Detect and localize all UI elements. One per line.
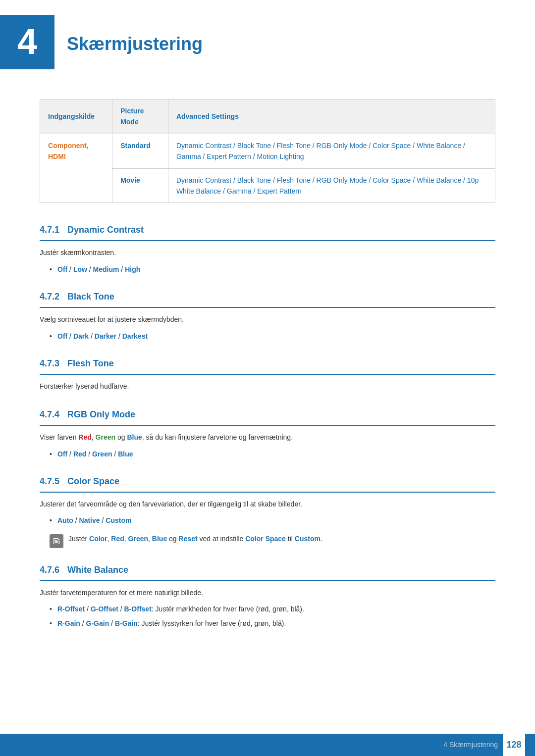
section-color-space: 4.7.5 Color Space Justerer det farveområ… [40, 474, 495, 548]
bullet-item-476-offset: R-Offset / G-Offset / B-Offset: Justér m… [50, 604, 495, 614]
footer-page-number: 128 [503, 734, 525, 756]
section-number-474: 4.7.4 [40, 407, 59, 422]
bullet-list-471: Off / Low / Medium / High [40, 264, 495, 275]
note-icon [50, 534, 63, 548]
section-title-471: Dynamic Contrast [67, 223, 144, 237]
page-footer: 4 Skærmjustering 128 [0, 734, 535, 756]
section-number-471: 4.7.1 [40, 223, 59, 237]
section-body-474: Viser farven Red, Green og Blue, så du k… [40, 432, 495, 444]
section-body-471: Justér skærmkontrasten. [40, 247, 495, 259]
section-rgb-only: 4.7.4 RGB Only Mode Viser farven Red, Gr… [40, 407, 495, 459]
section-body-473: Forstærker lyserød hudfarve. [40, 381, 495, 393]
note-box-475: Justér Color, Red, Green, Blue og Reset … [50, 533, 495, 548]
table-cell-mode-standard: Standard [112, 134, 168, 168]
table-cell-advanced-standard: Dynamic Contrast / Black Tone / Flesh To… [168, 134, 495, 168]
bullet-list-476: R-Offset / G-Offset / B-Offset: Justér m… [40, 604, 495, 629]
content-area: Indgangskilde Picture Mode Advanced Sett… [0, 99, 535, 683]
table-header-settings: Advanced Settings [168, 100, 495, 134]
table-row-standard: Component, HDMI Standard Dynamic Contras… [40, 134, 495, 168]
chapter-title: Skærmjustering [54, 15, 203, 58]
section-flesh-tone: 4.7.3 Flesh Tone Forstærker lyserød hudf… [40, 356, 495, 393]
section-title-472: Black Tone [67, 290, 114, 304]
section-number-475: 4.7.5 [40, 474, 59, 489]
table-header-mode: Picture Mode [112, 100, 168, 134]
section-heading-471: 4.7.1 Dynamic Contrast [40, 223, 495, 241]
bullet-item-471: Off / Low / Medium / High [50, 264, 495, 275]
section-heading-474: 4.7.4 RGB Only Mode [40, 407, 495, 426]
note-text-475: Justér Color, Red, Green, Blue og Reset … [68, 533, 322, 544]
section-white-balance: 4.7.6 White Balance Justér farvetemperat… [40, 563, 495, 629]
section-heading-473: 4.7.3 Flesh Tone [40, 356, 495, 375]
section-number-476: 4.7.6 [40, 563, 59, 577]
section-dynamic-contrast: 4.7.1 Dynamic Contrast Justér skærmkontr… [40, 223, 495, 275]
bullet-list-472: Off / Dark / Darker / Darkest [40, 331, 495, 342]
section-number-473: 4.7.3 [40, 356, 59, 371]
section-black-tone: 4.7.2 Black Tone Vælg sortniveauet for a… [40, 290, 495, 342]
bullet-item-472: Off / Dark / Darker / Darkest [50, 331, 495, 342]
footer-section-label: 4 Skærmjustering [443, 739, 498, 750]
section-heading-472: 4.7.2 Black Tone [40, 290, 495, 308]
bullet-item-476-gain: R-Gain / G-Gain / B-Gain: Justér lysstyr… [50, 618, 495, 629]
section-title-473: Flesh Tone [67, 356, 114, 371]
bullet-list-474: Off / Red / Green / Blue [40, 449, 495, 459]
section-title-475: Color Space [67, 474, 119, 489]
chapter-number: 4 [0, 15, 54, 69]
section-number-472: 4.7.2 [40, 290, 59, 304]
section-heading-475: 4.7.5 Color Space [40, 474, 495, 493]
bullet-item-475: Auto / Native / Custom [50, 515, 495, 526]
section-body-476: Justér farvetemperaturen for et mere nat… [40, 587, 495, 599]
section-title-476: White Balance [67, 563, 128, 577]
table-cell-mode-movie: Movie [112, 168, 168, 203]
bullet-item-474: Off / Red / Green / Blue [50, 449, 495, 459]
section-body-475: Justerer det farveområde og den farvevar… [40, 499, 495, 510]
section-title-474: RGB Only Mode [67, 407, 135, 422]
bullet-list-475: Auto / Native / Custom [40, 515, 495, 526]
table-header-source: Indgangskilde [40, 100, 112, 134]
settings-table: Indgangskilde Picture Mode Advanced Sett… [40, 99, 495, 203]
section-body-472: Vælg sortniveauet for at justere skærmdy… [40, 314, 495, 326]
page-header: 4 Skærmjustering [0, 0, 535, 79]
table-cell-source: Component, HDMI [40, 134, 112, 203]
section-heading-476: 4.7.6 White Balance [40, 563, 495, 581]
table-cell-advanced-movie: Dynamic Contrast / Black Tone / Flesh To… [168, 168, 495, 203]
